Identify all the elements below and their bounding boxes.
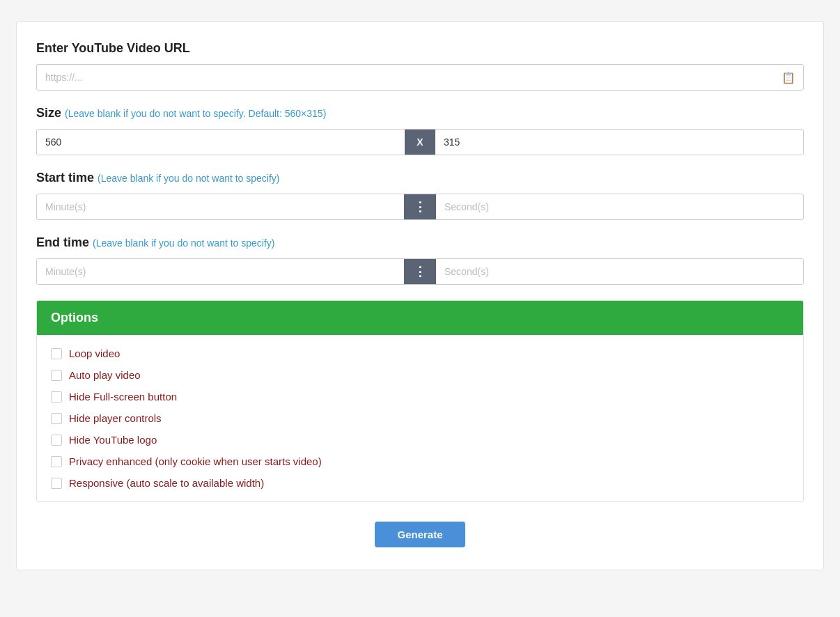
- start-time-subtitle: (Leave blank if you do not want to speci…: [98, 173, 279, 184]
- size-section: Size (Leave blank if you do not want to …: [36, 106, 804, 155]
- generate-wrapper: Generate: [36, 522, 804, 547]
- end-seconds-input[interactable]: [436, 259, 803, 284]
- size-height-input[interactable]: [435, 130, 803, 155]
- url-input-wrapper: 📋: [36, 64, 804, 91]
- option-privacy-enhanced-label: Privacy enhanced (only cookie when user …: [69, 455, 322, 467]
- checkbox-auto-play[interactable]: [51, 370, 62, 381]
- option-hide-fullscreen-label: Hide Full-screen button: [69, 391, 177, 403]
- size-subtitle: (Leave blank if you do not want to speci…: [65, 108, 326, 119]
- end-time-row: ⋮: [36, 258, 804, 285]
- end-time-separator: ⋮: [404, 259, 436, 284]
- option-hide-logo-label: Hide YouTube logo: [69, 434, 157, 446]
- size-row: X: [36, 129, 804, 155]
- clipboard-icon[interactable]: 📋: [781, 71, 795, 84]
- option-loop-video[interactable]: Loop video: [51, 347, 789, 359]
- end-time-subtitle: (Leave blank if you do not want to speci…: [93, 237, 274, 249]
- checkbox-responsive[interactable]: [51, 478, 62, 489]
- start-minutes-input[interactable]: [37, 194, 404, 219]
- start-time-section: Start time (Leave blank if you do not wa…: [36, 171, 804, 220]
- end-time-section: End time (Leave blank if you do not want…: [36, 235, 804, 285]
- start-seconds-input[interactable]: [436, 194, 803, 219]
- option-hide-controls-label: Hide player controls: [69, 412, 162, 424]
- checkbox-hide-fullscreen[interactable]: [51, 391, 62, 403]
- page-title: Enter YouTube Video URL: [36, 41, 804, 56]
- start-time-label: Start time: [36, 171, 94, 185]
- checkbox-hide-controls[interactable]: [51, 413, 62, 424]
- option-auto-play[interactable]: Auto play video: [51, 369, 789, 381]
- checkbox-hide-logo[interactable]: [51, 435, 62, 446]
- size-width-input[interactable]: [37, 130, 405, 155]
- checkbox-loop-video[interactable]: [51, 348, 62, 359]
- checkbox-privacy-enhanced[interactable]: [51, 456, 62, 467]
- option-auto-play-label: Auto play video: [69, 369, 141, 381]
- start-time-row: ⋮: [36, 194, 804, 220]
- option-hide-fullscreen[interactable]: Hide Full-screen button: [51, 391, 789, 403]
- size-label: Size: [36, 106, 61, 120]
- generate-button[interactable]: Generate: [375, 522, 465, 547]
- start-time-separator: ⋮: [404, 194, 436, 219]
- main-container: Enter YouTube Video URL 📋 Size (Leave bl…: [16, 21, 824, 570]
- options-section: Options Loop video Auto play video Hide …: [36, 300, 804, 502]
- url-input[interactable]: [36, 64, 804, 91]
- size-x-separator: X: [405, 130, 435, 155]
- option-privacy-enhanced[interactable]: Privacy enhanced (only cookie when user …: [51, 455, 789, 467]
- option-hide-logo[interactable]: Hide YouTube logo: [51, 434, 789, 446]
- option-loop-video-label: Loop video: [69, 347, 120, 359]
- options-body: Loop video Auto play video Hide Full-scr…: [37, 335, 803, 501]
- end-time-label: End time: [36, 235, 89, 249]
- option-responsive[interactable]: Responsive (auto scale to available widt…: [51, 477, 789, 489]
- end-minutes-input[interactable]: [37, 259, 404, 284]
- option-responsive-label: Responsive (auto scale to available widt…: [69, 477, 264, 489]
- option-hide-controls[interactable]: Hide player controls: [51, 412, 789, 424]
- options-header: Options: [37, 301, 803, 335]
